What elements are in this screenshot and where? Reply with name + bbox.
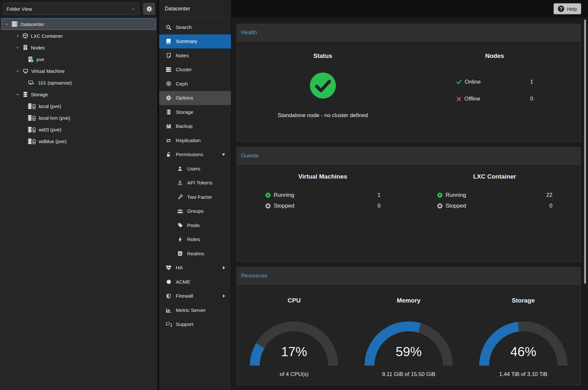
cpu-gauge-arc: 17%: [250, 321, 338, 366]
lxc-running-row: Running 22: [437, 191, 553, 199]
menu-item-ha[interactable]: HA: [159, 261, 231, 275]
menu-item-label: Storage: [176, 109, 193, 115]
tree-item-local-lvm[interactable]: local-lvm (pve): [0, 112, 157, 124]
ceph-icon: [165, 81, 172, 87]
expand-icon[interactable]: [223, 294, 225, 298]
storage-gauge-subtext: 1.44 TiB of 3.10 TiB: [499, 371, 547, 378]
node-row-label: Offline: [465, 96, 480, 102]
menu-item-pools[interactable]: Pools: [159, 218, 231, 233]
menu-item-support[interactable]: Support: [159, 317, 231, 332]
storage-gauge-percent: 46%: [479, 344, 568, 359]
nodes-heading: Nodes: [485, 52, 504, 60]
caret-down-icon[interactable]: [15, 69, 20, 73]
menu-item-roles[interactable]: Roles: [159, 233, 231, 247]
menu-item-summary[interactable]: Summary: [159, 34, 231, 49]
help-button[interactable]: ? Help: [554, 3, 581, 14]
tree-item-label: 101 (opnsense): [38, 80, 72, 86]
lxc-heading: LXC Container: [473, 173, 516, 180]
tree-settings-button[interactable]: [143, 3, 155, 15]
menu-item-label: Metric Server: [176, 307, 206, 313]
node-row-label: Online: [465, 79, 481, 85]
users-icon: [177, 208, 183, 214]
tree-item-pve[interactable]: pve: [0, 53, 157, 65]
menu-item-label: Roles: [187, 236, 200, 242]
menu-item-permissions[interactable]: Permissions: [159, 148, 231, 162]
menu-item-two-factor[interactable]: Two Factor: [159, 190, 231, 204]
expand-icon[interactable]: [223, 266, 225, 269]
menu-item-api-tokens[interactable]: API Tokens: [159, 176, 231, 190]
menu-item-backup[interactable]: Backup: [159, 119, 231, 134]
scrollbar-thumb[interactable]: [584, 20, 586, 284]
tree-item-lxc-container[interactable]: LXC Container: [0, 30, 157, 42]
menu-item-ceph[interactable]: Ceph: [159, 77, 231, 91]
menu-item-groups[interactable]: Groups: [159, 204, 231, 219]
app-window: Folder View: [0, 0, 588, 390]
caret-down-icon[interactable]: [4, 22, 9, 26]
tree-item-virtual-machine[interactable]: Virtual Machine: [0, 65, 157, 77]
caret-down-icon[interactable]: [15, 46, 20, 50]
menu-item-notes[interactable]: Notes: [159, 48, 231, 63]
memory-gauge-percent: 59%: [364, 344, 453, 359]
node-row-offline: Offline 0: [456, 95, 533, 103]
memory-gauge-arc: 59%: [364, 321, 453, 366]
tree-item-label: wd2t (pve): [39, 127, 61, 132]
view-mode-label: Folder View: [6, 6, 32, 12]
tree-item-label: LXC Container: [31, 33, 63, 39]
menu-item-label: Options: [176, 95, 193, 101]
tree-item-datacenter[interactable]: Datacenter: [1, 18, 156, 30]
top-toolbar: ? Help: [231, 0, 588, 18]
tree-item-wd2t[interactable]: wd2t (pve): [0, 124, 157, 135]
unlock-icon: [165, 152, 172, 157]
gear-icon: [146, 6, 152, 12]
menu-item-options[interactable]: Options: [159, 91, 231, 105]
tree-toolbar: Folder View: [0, 0, 157, 18]
tree-item-storage[interactable]: Storage: [0, 88, 157, 100]
caret-down-icon[interactable]: [15, 92, 20, 97]
collapse-icon[interactable]: [222, 154, 225, 156]
resource-tree-panel: Folder View: [0, 0, 159, 390]
menu-item-realms[interactable]: Realms: [159, 247, 231, 261]
menu-title: Datacenter: [159, 0, 231, 18]
guest-row-value: 0: [549, 203, 552, 209]
user-icon: [177, 166, 183, 171]
vm-running-row: Running 1: [265, 191, 381, 199]
tree-item-label: Datacenter: [20, 21, 44, 27]
tree-item-wdblue[interactable]: wdblue (pve): [0, 135, 157, 147]
view-mode-select[interactable]: Folder View: [3, 3, 139, 15]
main-content: ? Help Health Status Standalone node - n…: [231, 0, 588, 390]
chevron-down-icon: [131, 7, 135, 11]
tree-item-label: local-lvm (pve): [39, 115, 70, 121]
guest-row-value: 1: [377, 192, 380, 198]
menu-item-label: Ceph: [176, 81, 188, 87]
menu-item-storage[interactable]: Storage: [159, 105, 231, 119]
caret-right-icon[interactable]: [15, 34, 20, 38]
status-heading: Status: [313, 52, 332, 60]
node-row-value: 0: [530, 96, 533, 102]
building-icon: [22, 45, 28, 50]
comments-icon: [165, 322, 172, 327]
address-book-icon: [177, 251, 183, 256]
tree-item-nodes[interactable]: Nodes: [0, 42, 157, 53]
sync-icon: [165, 138, 172, 143]
menu-item-metric-server[interactable]: Metric Server: [159, 303, 231, 317]
guests-panel: Guests Virtual Machines Running 1: [236, 147, 581, 262]
heartbeat-icon: [165, 265, 172, 271]
tree-item-label: wdblue (pve): [39, 139, 67, 144]
shield-icon: [165, 293, 172, 299]
menu-item-label: Two Factor: [187, 194, 212, 200]
tree-item-local[interactable]: local (pve): [0, 100, 157, 112]
menu-item-cluster[interactable]: Cluster: [159, 63, 231, 77]
database-icon: [22, 91, 28, 97]
menu-item-search[interactable]: Search: [159, 20, 231, 34]
menu-item-label: Pools: [187, 222, 200, 228]
guest-row-label: Stopped: [274, 203, 294, 209]
key-icon: [177, 194, 183, 200]
menu-item-firewall[interactable]: Firewall: [159, 289, 231, 303]
seal-icon: [165, 279, 172, 285]
menu-item-replication[interactable]: Replication: [159, 133, 231, 148]
lxc-column: LXC Container Running 22: [409, 165, 581, 261]
menu-item-users[interactable]: Users: [159, 162, 231, 176]
menu-item-acme[interactable]: ACME: [159, 275, 231, 289]
tree-item-101-opnsense[interactable]: 101 (opnsense): [0, 77, 157, 88]
node-row-value: 1: [530, 79, 533, 85]
